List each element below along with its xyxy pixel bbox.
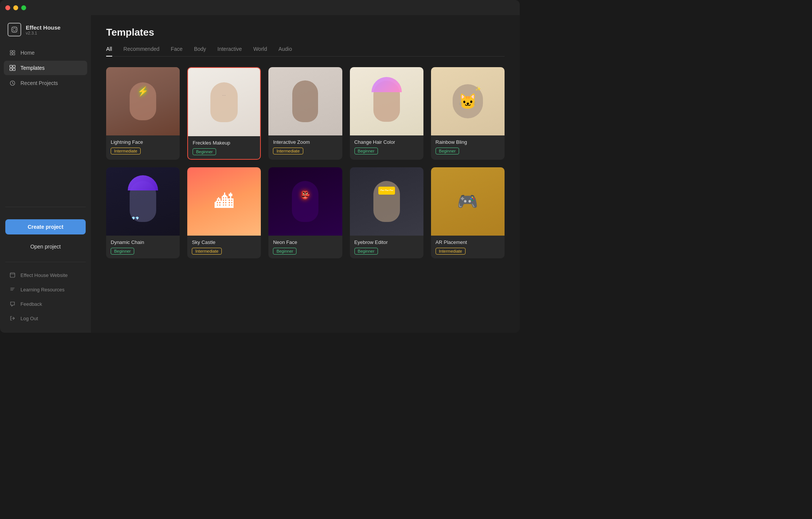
template-difficulty-badge: Beginner (193, 148, 216, 155)
maximize-button[interactable] (21, 5, 26, 10)
footer-item-website[interactable]: Effect House Website (4, 268, 87, 282)
template-name: Neon Face (273, 239, 337, 245)
template-info: Eyebrow Editor Beginner (350, 236, 423, 258)
recent-icon (9, 80, 16, 86)
sidebar-footer: Effect House Website Learning Resources (0, 268, 91, 325)
footer-item-logout[interactable]: Log Out (4, 311, 87, 325)
template-difficulty-badge: Intermediate (111, 148, 141, 154)
template-difficulty-badge: Beginner (354, 248, 378, 255)
sidebar-divider (5, 207, 86, 207)
svg-rect-2 (10, 53, 12, 55)
template-card-interactive-zoom[interactable]: Interactive Zoom Intermediate (268, 67, 342, 160)
template-card-eyebrow-editor[interactable]: 〜〜〜 Eyebrow Editor Beginner (350, 167, 423, 258)
template-difficulty-badge: Beginner (111, 248, 134, 255)
templates-grid: ⚡ Lightning Face Intermediate ··· Freckl… (106, 67, 505, 258)
svg-rect-7 (13, 68, 15, 71)
template-name: Lightning Face (111, 139, 175, 145)
template-card-rainbow-bling[interactable]: ✨ 🐱 Rainbow Bling Beginner (431, 67, 505, 160)
app-version: v2.3.1 (26, 31, 61, 35)
template-difficulty-badge: Intermediate (192, 248, 222, 255)
template-difficulty-badge: Beginner (273, 248, 296, 255)
app-logo-icon (8, 23, 21, 36)
home-icon (9, 49, 16, 56)
template-info: Lightning Face Intermediate (106, 135, 180, 158)
svg-rect-5 (13, 65, 15, 68)
close-button[interactable] (5, 5, 10, 10)
tab-body[interactable]: Body (194, 46, 206, 57)
template-info: AR Placement Intermediate (431, 236, 505, 258)
template-card-dynamic-chain[interactable]: 💎💎 Dynamic Chain Beginner (106, 167, 180, 258)
page-title: Templates (106, 27, 505, 38)
template-difficulty-badge: Intermediate (436, 248, 466, 255)
template-thumbnail: 💎💎 (106, 167, 180, 236)
open-project-button[interactable]: Open project (5, 239, 86, 254)
footer-item-feedback[interactable]: Feedback (4, 297, 87, 311)
template-card-lightning-face[interactable]: ⚡ Lightning Face Intermediate (106, 67, 180, 160)
sidebar-divider-2 (5, 262, 86, 262)
svg-rect-3 (13, 53, 15, 55)
create-project-button[interactable]: Create project (5, 219, 86, 234)
logout-label: Log Out (20, 316, 38, 321)
template-info: Freckles Makeup Beginner (188, 136, 260, 159)
template-card-freckles-makeup[interactable]: ··· Freckles Makeup Beginner (187, 67, 261, 160)
footer-item-learning[interactable]: Learning Resources (4, 283, 87, 296)
sidebar-item-recent-label: Recent Projects (20, 80, 58, 86)
tab-recommended[interactable]: Recommended (124, 46, 160, 57)
template-thumbnail: 👺 (268, 167, 342, 236)
filter-tabs: All Recommended Face Body Interactive Wo… (106, 46, 505, 57)
website-label: Effect House Website (20, 272, 68, 278)
sidebar-item-home[interactable]: Home (4, 46, 87, 60)
titlebar (0, 0, 520, 15)
logout-icon (9, 315, 16, 322)
svg-rect-6 (10, 68, 12, 71)
tab-face[interactable]: Face (171, 46, 183, 57)
tab-audio[interactable]: Audio (278, 46, 292, 57)
tab-all[interactable]: All (106, 46, 112, 57)
template-name: Eyebrow Editor (354, 239, 419, 245)
learning-label: Learning Resources (20, 287, 64, 293)
template-info: Neon Face Beginner (268, 236, 342, 258)
template-difficulty-badge: Beginner (436, 148, 459, 154)
template-info: Sky Castle Intermediate (187, 236, 261, 258)
app-body: Effect House v2.3.1 Home (0, 15, 520, 333)
template-card-sky-castle[interactable]: 🏙 Sky Castle Intermediate (187, 167, 261, 258)
template-name: AR Placement (436, 239, 500, 245)
template-name: Interactive Zoom (273, 139, 337, 145)
template-thumbnail (350, 67, 423, 135)
feedback-label: Feedback (20, 301, 42, 307)
template-name: Sky Castle (192, 239, 256, 245)
template-thumbnail: 🎮 (431, 167, 505, 236)
app-name: Effect House (26, 24, 61, 31)
template-info: Dynamic Chain Beginner (106, 236, 180, 258)
template-name: Rainbow Bling (436, 139, 500, 145)
svg-rect-9 (10, 273, 15, 277)
sidebar-item-templates-label: Templates (20, 65, 45, 71)
template-difficulty-badge: Beginner (354, 148, 378, 154)
app-window: Effect House v2.3.1 Home (0, 0, 520, 333)
sidebar-item-recent[interactable]: Recent Projects (4, 76, 87, 90)
sidebar-item-templates[interactable]: Templates (4, 61, 87, 75)
template-thumbnail: ✨ 🐱 (431, 67, 505, 135)
logo-text: Effect House v2.3.1 (26, 24, 61, 35)
sidebar-item-home-label: Home (20, 50, 34, 56)
svg-rect-4 (10, 65, 12, 68)
tab-world[interactable]: World (253, 46, 267, 57)
template-thumbnail (268, 67, 342, 135)
template-card-change-hair-color[interactable]: Change Hair Color Beginner (350, 67, 423, 160)
learning-icon (9, 286, 16, 293)
template-card-neon-face[interactable]: 👺 Neon Face Beginner (268, 167, 342, 258)
template-info: Interactive Zoom Intermediate (268, 135, 342, 158)
main-content: Templates All Recommended Face Body Inte… (91, 15, 520, 333)
template-info: Rainbow Bling Beginner (431, 135, 505, 158)
feedback-icon (9, 300, 16, 307)
sidebar: Effect House v2.3.1 Home (0, 15, 91, 333)
minimize-button[interactable] (13, 5, 18, 10)
svg-rect-0 (10, 50, 12, 52)
template-difficulty-badge: Intermediate (273, 148, 303, 154)
sidebar-nav: Home Templates (0, 46, 91, 201)
template-thumbnail: ⚡ (106, 67, 180, 135)
template-card-ar-placement[interactable]: 🎮 AR Placement Intermediate (431, 167, 505, 258)
sidebar-logo: Effect House v2.3.1 (0, 23, 91, 46)
template-thumbnail: 〜〜〜 (350, 167, 423, 236)
tab-interactive[interactable]: Interactive (218, 46, 242, 57)
